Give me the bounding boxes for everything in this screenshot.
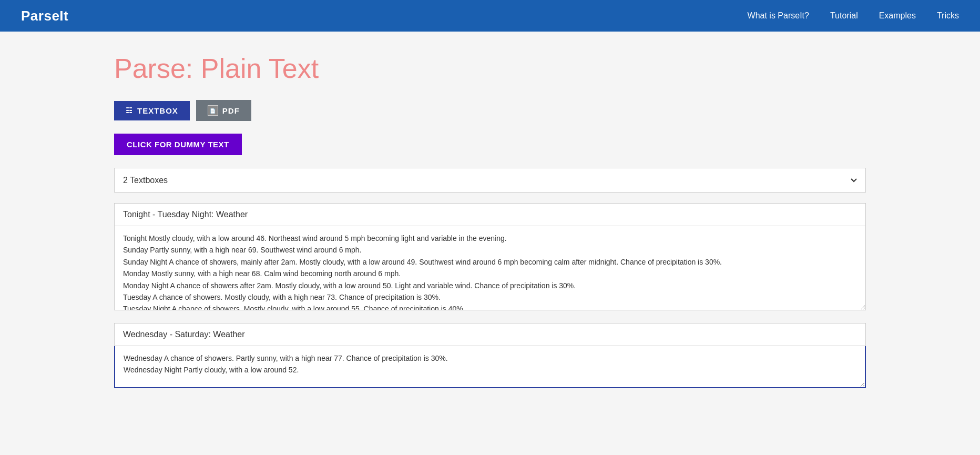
main-content: Parse: Plain Text ☷ TEXTBOX 📄 PDF CLICK … <box>83 32 897 422</box>
pdf-label: PDF <box>222 106 240 115</box>
page-title: Parse: Plain Text <box>114 53 866 84</box>
textbox-button[interactable]: ☷ TEXTBOX <box>114 101 190 120</box>
textbox-section-1: Tonight Mostly cloudy, with a low around… <box>114 203 866 312</box>
textbox-content-2[interactable]: Wednesday A chance of showers. Partly su… <box>114 346 866 388</box>
site-header: ParseIt What is ParseIt? Tutorial Exampl… <box>0 0 980 32</box>
logo-text: ParseIt <box>21 8 68 24</box>
input-type-buttons: ☷ TEXTBOX 📄 PDF <box>114 100 866 121</box>
textbox-label-input-1[interactable] <box>114 203 866 226</box>
main-nav: What is ParseIt? Tutorial Examples Trick… <box>748 11 959 21</box>
nav-examples[interactable]: Examples <box>879 11 916 21</box>
textbox-label: TEXTBOX <box>137 106 178 115</box>
textbox-icon: ☷ <box>126 106 133 115</box>
dummy-text-label: CLICK FOR DUMMY TEXT <box>127 140 229 149</box>
textbox-label-input-2[interactable] <box>114 323 866 346</box>
textbox-count-select[interactable]: 1 Textbox 2 Textboxes 3 Textboxes 4 Text… <box>114 168 866 193</box>
nav-tricks[interactable]: Tricks <box>937 11 959 21</box>
textbox-section-2: Wednesday A chance of showers. Partly su… <box>114 323 866 390</box>
nav-what-is-parseit[interactable]: What is ParseIt? <box>748 11 809 21</box>
dummy-text-button[interactable]: CLICK FOR DUMMY TEXT <box>114 134 242 155</box>
pdf-button[interactable]: 📄 PDF <box>196 100 251 121</box>
site-logo: ParseIt <box>21 8 68 24</box>
textbox-content-1[interactable]: Tonight Mostly cloudy, with a low around… <box>114 226 866 310</box>
nav-tutorial[interactable]: Tutorial <box>830 11 858 21</box>
pdf-icon: 📄 <box>208 105 218 116</box>
